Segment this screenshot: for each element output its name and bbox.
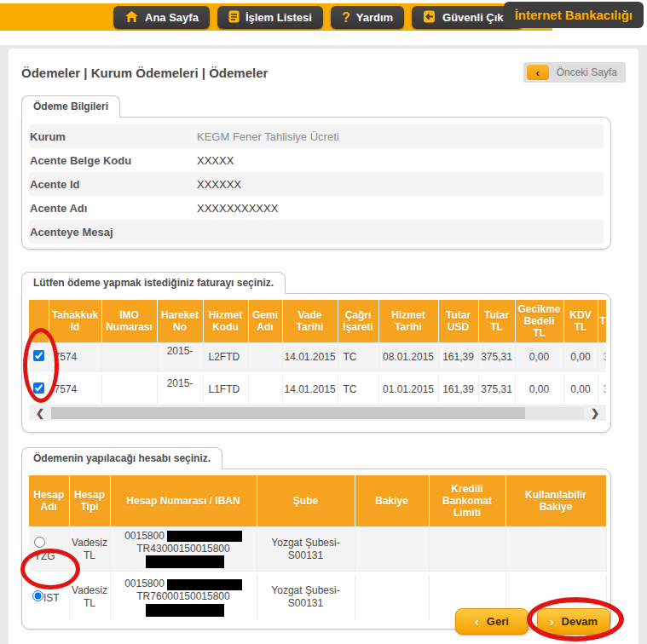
col-clipped: T [598, 300, 606, 342]
col-hesap-adi: Hesap Adı [29, 475, 69, 526]
logout-icon [423, 10, 436, 26]
acente-adi-label: Acente Adı [29, 202, 197, 215]
col-gecikme-bedeli-tl: Gecikme Bedeli TL [515, 300, 563, 342]
invoice-1-hareket-no: 2015- [157, 342, 203, 373]
col-kdv-tl: KDV TL [563, 300, 598, 342]
invoice-row-1: 7574 2015- L2FTD 14.01.2015 TC 08.01.201… [29, 342, 606, 373]
invoice-2-tutar-tl: 375,31 [478, 373, 515, 404]
invoice-1-vade-tarihi: 14.01.2015 [282, 342, 338, 373]
acenteye-mesaj-label: Acenteye Mesaj [29, 226, 197, 239]
nav-help-button[interactable]: ? Yardım [331, 6, 404, 29]
continue-button-label: Devam [562, 615, 598, 628]
redaction-box [167, 579, 242, 590]
scroll-right-icon[interactable]: ❯ [584, 407, 606, 419]
account-yzg-branch-code: S00131 [288, 549, 323, 561]
content-background: Ödemeler | Kurum Ödemeleri | Ödemeler ‹ … [0, 45, 647, 644]
invoice-2-checkbox[interactable] [33, 382, 44, 394]
acente-adi-value: XXXXXXXXXXX [197, 202, 278, 215]
kurum-label: Kurum [29, 130, 197, 143]
col-tutar-usd: Tutar USD [438, 300, 478, 342]
kurum-value: KEGM Fener Tahlisiye Ücreti [197, 130, 339, 143]
invoice-2-hizmet-kodu: L1FTD [203, 373, 248, 404]
redaction-box [146, 555, 224, 568]
scrollbar-thumb[interactable] [51, 407, 525, 419]
field-row-acente-belge-kodu: Acente Belge Kodu XXXXX [29, 148, 604, 172]
invoice-1-gecikme-bedeli: 0,00 [515, 342, 563, 373]
account-table: Hesap Adı Hesap Tipi Hesap Numarası / IB… [29, 475, 607, 620]
account-ist-radio[interactable] [32, 590, 43, 601]
back-button-label: Geri [487, 615, 509, 628]
chevron-left-icon: ‹ [475, 615, 479, 629]
col-gemi-adi: Gemi Adı [248, 300, 282, 342]
invoice-2-vade-tarihi: 14.01.2015 [282, 373, 338, 404]
acente-belge-kodu-label: Acente Belge Kodu [29, 154, 197, 167]
account-panel: Hesap Adı Hesap Tipi Hesap Numarası / IB… [21, 469, 611, 630]
tab-invoice-select: Lütfen ödeme yapmak istediğiniz faturayı… [21, 272, 286, 294]
invoice-1-tutar-tl: 375,31 [478, 342, 515, 373]
col-hareket-no: Hareket No [157, 300, 203, 342]
invoice-1-hizmet-tarihi: 08.01.2015 [378, 342, 438, 373]
previous-page-button[interactable]: ‹ Önceki Sayfa [523, 62, 626, 83]
invoice-1-checkbox[interactable] [33, 350, 44, 361]
col-hizmet-kodu: Hizmet Kodu [203, 300, 248, 342]
tab-payment-info: Ödeme Bilgileri [21, 95, 120, 118]
invoice-2-tahakkuk-id: 7574 [49, 373, 101, 404]
col-tutar-tl: Tutar TL [478, 300, 515, 342]
invoice-2-gecikme-bedeli: 0,00 [515, 373, 563, 404]
col-checkbox [29, 300, 49, 342]
account-yzg-currency: TL [84, 549, 95, 561]
invoice-1-cagri-isareti: TC [338, 342, 378, 373]
invoice-2-hareket-no: 2015- [157, 373, 203, 404]
account-row-yzg: YZG Vadesiz TL 0015800 TR43000150015800 [29, 526, 606, 573]
invoice-1-gemi-adi [248, 342, 282, 373]
nav-home-label: Ana Sayfa [145, 11, 199, 24]
invoice-row-2: 7574 2015- L1FTD 14.01.2015 TC 01.01.201… [29, 373, 606, 404]
nav-transaction-list-button[interactable]: İşlem Listesi [217, 6, 323, 29]
content-panel: Ödemeler | Kurum Ödemeleri | Ödemeler ‹ … [9, 49, 638, 644]
account-ist-number: 0015800 [124, 578, 165, 589]
account-yzg-branch: Yozgat Şubesi- [271, 537, 339, 549]
back-button[interactable]: ‹ Geri [455, 608, 529, 635]
tab-account-select: Ödemenin yapılacağı hesabı seçiniz. [21, 447, 222, 469]
account-yzg-radio[interactable] [34, 537, 45, 548]
invoice-panel: Tahakkuk Id IMO Numarası Hareket No Hizm… [21, 293, 611, 433]
account-yzg-iban: TR43000150015800 [136, 543, 229, 555]
question-icon: ? [342, 11, 350, 25]
invoice-2-kdv: 0,00 [563, 373, 598, 404]
redaction-box [167, 531, 242, 542]
col-vade-tarihi: Vade Tarihi [282, 300, 338, 342]
invoice-2-cagri-isareti: TC [338, 373, 378, 404]
account-yzg-type: Vadesiz [72, 537, 107, 549]
account-ist-branch: Yozgat Şubesi- [271, 584, 339, 596]
internet-banking-button[interactable]: İnternet Bankacılığı [504, 2, 644, 28]
main-nav: Ana Sayfa İşlem Listesi ? Yardım Güvenli… [113, 6, 523, 29]
previous-page-label: Önceki Sayfa [557, 66, 617, 78]
col-tahakkuk-id: Tahakkuk Id [49, 300, 101, 342]
invoice-1-clipped-value: 3 [598, 342, 606, 373]
horizontal-scrollbar[interactable]: ❮ ❯ [29, 405, 606, 421]
scroll-left-icon[interactable]: ❮ [29, 407, 51, 419]
account-ist-type: Vadesiz [72, 584, 107, 596]
redaction-box [146, 604, 224, 617]
invoice-2-imo [101, 373, 157, 404]
account-yzg-number: 0015800 [124, 530, 165, 542]
col-kredili-bankomat-limiti: Kredili Bankomat Limiti [429, 475, 505, 526]
field-row-acenteye-mesaj: Acenteye Mesaj [29, 220, 604, 244]
account-ist-currency: TL [84, 597, 95, 609]
field-row-acente-adi: Acente Adı XXXXXXXXXXX [29, 196, 604, 220]
scrollbar-track[interactable] [51, 407, 584, 419]
chevron-left-icon: ‹ [527, 65, 549, 80]
invoice-2-gemi-adi [248, 373, 282, 404]
chevron-right-icon: › [550, 615, 554, 629]
col-cagri-isareti: Çağrı İşareti [338, 300, 378, 342]
document-icon [228, 10, 240, 26]
nav-home-button[interactable]: Ana Sayfa [113, 6, 210, 29]
col-hesap-tipi: Hesap Tipi [69, 475, 110, 526]
account-yzg-available [505, 526, 606, 573]
account-yzg-bakiye [355, 526, 429, 573]
account-ist-iban: TR76000150015800 [136, 590, 229, 602]
col-imo-numarasi: IMO Numarası [101, 300, 157, 342]
invoice-1-tutar-usd: 161,39 [438, 342, 478, 373]
col-hizmet-tarihi: Hizmet Tarihi [378, 300, 438, 342]
continue-button[interactable]: › Devam [537, 608, 610, 635]
